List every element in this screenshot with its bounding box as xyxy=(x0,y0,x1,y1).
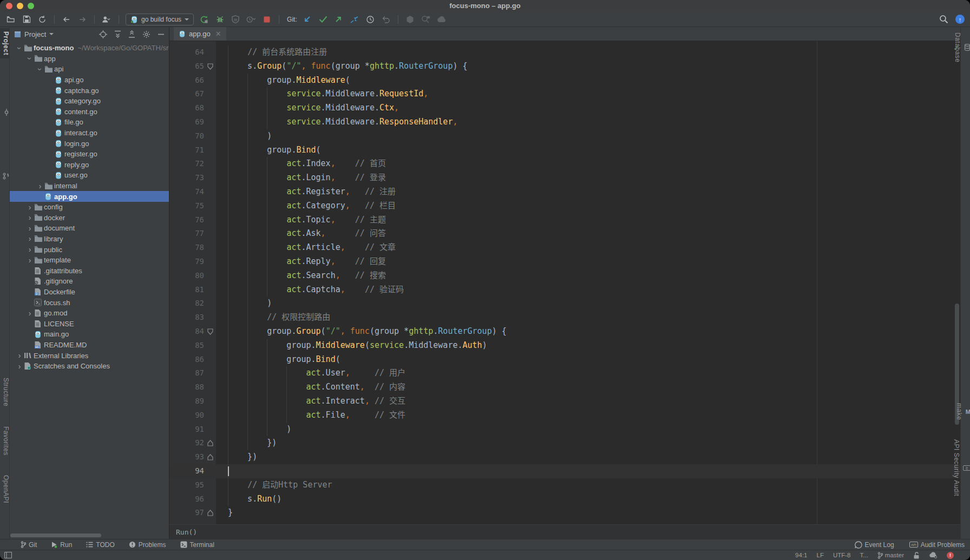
code-line-82[interactable]: 82 ) xyxy=(169,297,960,311)
toolbar-item-problems[interactable]: Problems xyxy=(129,541,166,549)
hexagon-tool-icon[interactable] xyxy=(405,14,416,25)
error-indicator-icon[interactable]: ! xyxy=(947,552,954,559)
breadcrumb-item[interactable]: Run() xyxy=(176,528,197,536)
code-line-95[interactable]: 95 // 启动Http Server xyxy=(169,478,960,492)
open-icon[interactable] xyxy=(5,14,16,25)
forward-icon[interactable] xyxy=(77,14,88,25)
code-line-93[interactable]: 93 }) xyxy=(169,450,960,464)
toolbar-item-run[interactable]: Run xyxy=(51,541,72,549)
code-line-76[interactable]: 76 act.Topic, // 主题 xyxy=(169,213,960,227)
chevron-closed-icon[interactable]: › xyxy=(25,236,34,241)
fold-open-icon[interactable] xyxy=(204,325,216,339)
code-line-84[interactable]: 84 group.Group("/", func(group *ghttp.Ro… xyxy=(169,325,960,339)
history-icon[interactable] xyxy=(365,14,376,25)
sidebar-item-make[interactable]: M make xyxy=(961,403,970,420)
tree-item-dockerfile[interactable]: DDockerfile xyxy=(10,287,169,298)
close-window-button[interactable] xyxy=(6,3,12,9)
run-configuration-select[interactable]: go build focus xyxy=(126,14,194,25)
code-line-71[interactable]: 71 group.Bind( xyxy=(169,143,960,157)
fold-close-icon[interactable] xyxy=(204,450,216,464)
indent-indicator[interactable]: T... xyxy=(860,552,868,558)
fold-close-icon[interactable] xyxy=(204,436,216,450)
code-line-92[interactable]: 92 }) xyxy=(169,436,960,450)
tree-item-readme-md[interactable]: MDREADME.MD xyxy=(10,340,169,351)
tree-item-api-go[interactable]: api.go xyxy=(10,75,169,85)
chevron-closed-icon[interactable]: › xyxy=(25,226,34,231)
chevron-closed-icon[interactable]: › xyxy=(15,364,24,369)
zoom-window-button[interactable] xyxy=(28,3,34,9)
code-line-94[interactable]: 94 xyxy=(169,464,960,478)
chevron-closed-icon[interactable]: › xyxy=(25,205,34,210)
code-line-83[interactable]: 83 // 权限控制路由 xyxy=(169,311,960,325)
toggle-toolwindows-icon[interactable] xyxy=(4,552,12,558)
search-everywhere-icon[interactable] xyxy=(938,14,949,25)
sidebar-item-favorites[interactable]: Favorites ★ xyxy=(0,426,10,456)
code-line-91[interactable]: 91 ) xyxy=(169,423,960,437)
tree-item-content-go[interactable]: content.go xyxy=(10,107,169,117)
code-line-69[interactable]: 69 service.Middleware.ResponseHandler, xyxy=(169,115,960,129)
tree-item-interact-go[interactable]: interact.go xyxy=(10,128,169,139)
tree-item-api[interactable]: ›api xyxy=(10,64,169,75)
tree-item-license[interactable]: LICENSE xyxy=(10,318,169,329)
back-icon[interactable] xyxy=(61,14,72,25)
code-line-90[interactable]: 90 act.File, // 文件 xyxy=(169,409,960,423)
git-commit-icon[interactable] xyxy=(318,14,329,25)
toolbar-item-terminal[interactable]: Terminal xyxy=(180,541,214,549)
code-line-68[interactable]: 68 service.Middleware.Ctx, xyxy=(169,101,960,115)
profiler-icon[interactable] xyxy=(246,14,257,25)
git-push-icon[interactable] xyxy=(333,14,344,25)
code-line-66[interactable]: 66 group.Middleware( xyxy=(169,74,960,88)
tree-item-app[interactable]: ›app xyxy=(10,54,169,64)
toolbar-item-git[interactable]: Git xyxy=(21,541,37,549)
tree-item-document[interactable]: ›document xyxy=(10,223,169,234)
tree-item-gitattributes[interactable]: .gitattributes xyxy=(10,265,169,276)
toolbar-item-todo[interactable]: TODO xyxy=(86,541,114,549)
code-line-78[interactable]: 78 act.Article, // 文章 xyxy=(169,241,960,255)
code-editor[interactable]: 64 // 前台系统路由注册65 s.Group("/", func(group… xyxy=(169,41,960,524)
tab-app-go[interactable]: app.go ✕ xyxy=(174,27,226,41)
cloud-settings-icon[interactable] xyxy=(929,552,938,558)
code-line-74[interactable]: 74 act.Register, // 注册 xyxy=(169,185,960,199)
collapse-all-icon[interactable] xyxy=(128,30,135,38)
tree-item-external-libraries[interactable]: ›External Libraries xyxy=(10,350,169,361)
expand-all-icon[interactable] xyxy=(114,30,121,38)
code-line-88[interactable]: 88 act.Content, // 内容 xyxy=(169,380,960,394)
code-line-97[interactable]: 97} xyxy=(169,506,960,520)
git-merge-icon[interactable] xyxy=(349,14,360,25)
project-horizontal-scrollbar[interactable] xyxy=(10,533,101,537)
tree-item-focus-sh[interactable]: focus.sh xyxy=(10,297,169,308)
toolbar-item-audit-problems[interactable]: API Audit Problems xyxy=(909,541,965,549)
rollback-icon[interactable] xyxy=(381,14,391,25)
sidebar-item-commit[interactable]: Commit xyxy=(0,100,10,124)
code-line-81[interactable]: 81 act.Captcha, // 验证码 xyxy=(169,283,960,297)
tree-item-scratches-and-consoles[interactable]: ›Scratches and Consoles xyxy=(10,361,169,372)
chevron-closed-icon[interactable]: › xyxy=(25,311,34,316)
code-line-75[interactable]: 75 act.Category, // 栏目 xyxy=(169,199,960,213)
code-line-85[interactable]: 85 group.Middleware(service.Middleware.A… xyxy=(169,339,960,353)
tree-item-go-mod[interactable]: ›go.mod xyxy=(10,308,169,319)
toolbar-item-event-log[interactable]: Event Log xyxy=(855,541,894,549)
minimize-window-button[interactable] xyxy=(17,3,23,9)
debug-icon[interactable] xyxy=(214,14,225,25)
sidebar-item-project[interactable]: Project xyxy=(0,28,10,58)
sync-icon[interactable] xyxy=(37,14,48,25)
chevron-closed-icon[interactable]: › xyxy=(25,258,34,263)
code-line-86[interactable]: 86 group.Bind( xyxy=(169,353,960,367)
code-line-67[interactable]: 67 service.Middleware.RequestId, xyxy=(169,87,960,101)
tree-item-file-go[interactable]: file.go xyxy=(10,117,169,128)
code-line-89[interactable]: 89 act.Interact, // 交互 xyxy=(169,394,960,409)
git-update-icon[interactable] xyxy=(302,14,313,25)
code-line-70[interactable]: 70 ) xyxy=(169,129,960,143)
sidebar-item-openapi[interactable]: OpenAPI xyxy=(0,475,10,503)
code-line-87[interactable]: 87 act.User, // 用户 xyxy=(169,366,960,380)
code-line-64[interactable]: 64 // 前台系统路由注册 xyxy=(169,45,960,60)
cloud-icon[interactable] xyxy=(436,14,447,25)
unlock-icon[interactable] xyxy=(913,552,920,559)
chevron-open-icon[interactable]: › xyxy=(27,54,32,63)
tree-item-user-go[interactable]: user.go xyxy=(10,170,169,181)
tree-item-config[interactable]: ›config xyxy=(10,202,169,213)
chevron-open-icon[interactable]: › xyxy=(17,44,22,52)
search-database-icon[interactable] xyxy=(421,14,431,25)
chevron-closed-icon[interactable]: › xyxy=(36,183,44,189)
caret-position-indicator[interactable]: 94:1 xyxy=(795,552,807,558)
